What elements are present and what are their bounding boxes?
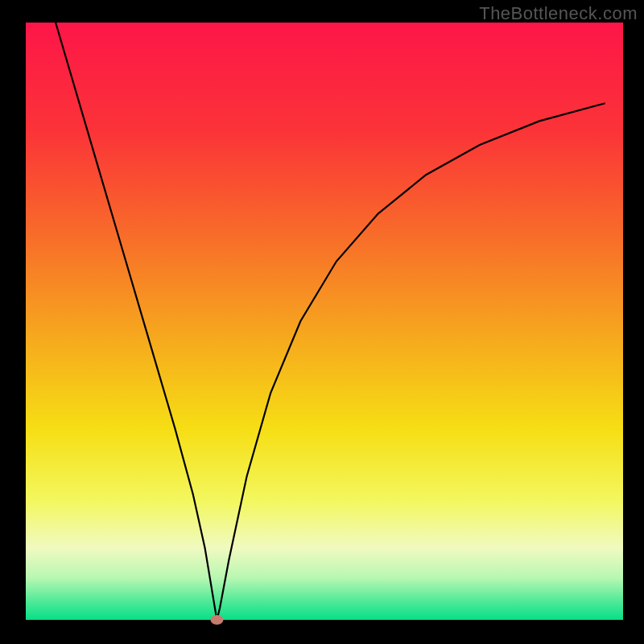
bottleneck-chart: [0, 0, 644, 644]
optimal-point-marker: [210, 615, 223, 625]
watermark-text: TheBottleneck.com: [479, 3, 638, 24]
chart-stage: TheBottleneck.com: [0, 0, 644, 644]
chart-background-gradient: [26, 23, 623, 620]
